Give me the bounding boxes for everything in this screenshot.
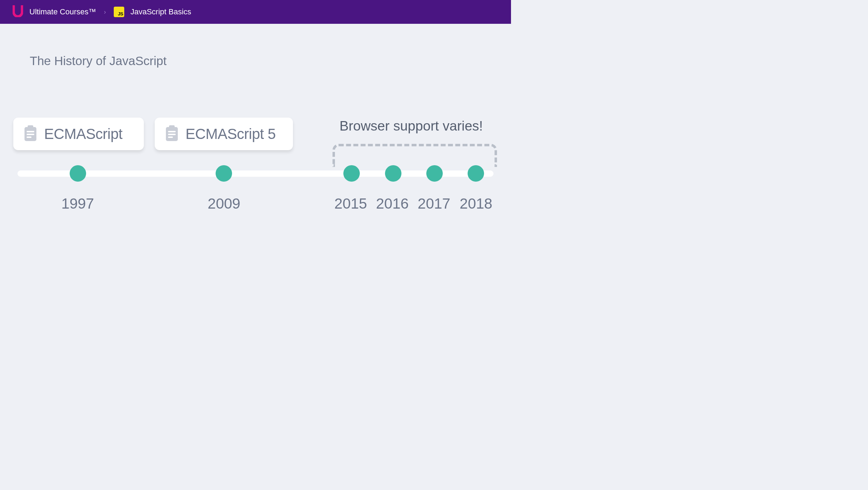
timeline-dot (70, 165, 86, 182)
dashed-bracket (332, 144, 497, 167)
timeline-dot (385, 165, 401, 182)
card-ecmascript5: ECMAScript 5 (155, 118, 293, 150)
annotation-text: Browser support varies! (340, 118, 483, 134)
svg-rect-7 (168, 131, 176, 132)
chevron-right-icon: › (104, 8, 106, 16)
timeline-year: 2017 (413, 195, 455, 212)
timeline-dot (216, 165, 232, 182)
timeline-year: 2015 (330, 195, 372, 212)
slide-content: The History of JavaScript ECMAScript (0, 24, 511, 288)
brand-name[interactable]: Ultimate Courses™ (29, 7, 96, 16)
svg-rect-9 (168, 136, 173, 138)
clipboard-icon (164, 125, 179, 143)
clipboard-icon (23, 125, 38, 143)
svg-rect-2 (27, 131, 34, 132)
course-name[interactable]: JavaScript Basics (131, 7, 191, 16)
timeline-year: 2009 (203, 195, 245, 212)
timeline-dot (468, 165, 484, 182)
svg-rect-6 (169, 125, 175, 129)
timeline-dot (426, 165, 443, 182)
logo-icon (13, 5, 23, 19)
slide-title: The History of JavaScript (30, 54, 167, 68)
js-badge-icon: JS (114, 7, 124, 17)
header-bar: Ultimate Courses™ › JS JavaScript Basics (0, 0, 511, 24)
card-label: ECMAScript 5 (186, 126, 276, 142)
svg-rect-1 (28, 125, 33, 129)
svg-rect-3 (27, 134, 34, 135)
timeline-year: 2018 (455, 195, 497, 212)
svg-rect-8 (168, 134, 176, 135)
timeline-year: 2016 (371, 195, 413, 212)
timeline-dot (343, 165, 360, 182)
svg-rect-4 (27, 136, 31, 138)
js-badge-label: JS (118, 11, 123, 16)
card-label: ECMAScript (44, 126, 122, 142)
card-ecmascript: ECMAScript (13, 118, 144, 150)
timeline-year: 1997 (57, 195, 99, 212)
timeline-track (18, 170, 493, 177)
